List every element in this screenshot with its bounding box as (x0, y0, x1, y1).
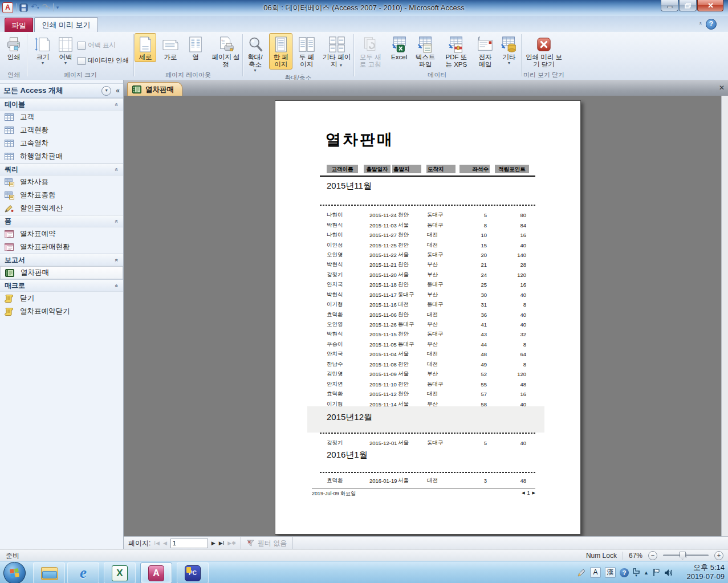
nav-item-고객현황[interactable]: 고객현황 (0, 124, 123, 137)
nav-section-header[interactable]: 매크로« (0, 279, 123, 292)
help-icon[interactable]: ? (706, 19, 717, 30)
table-row: 박현식2015-11-17동대구부산3040 (327, 290, 526, 300)
close-document-icon[interactable]: ✕ (719, 84, 725, 92)
email-button[interactable]: 전자 메일 (474, 33, 496, 70)
collapse-section-icon[interactable]: « (115, 218, 119, 225)
table-cell: 40 (487, 312, 526, 318)
shutter-bar-collapse-icon[interactable]: « (116, 87, 120, 95)
nav-section-header[interactable]: 쿼리« (0, 163, 123, 176)
group-rows: 강정기2015-12-01서울동대구540 (327, 438, 526, 448)
more-export-button[interactable]: 기타 ▼ (498, 33, 520, 66)
print-data-only-checkbox[interactable]: 데이터만 인쇄 (78, 56, 129, 65)
new-page-button[interactable]: ▶✱ (227, 540, 235, 546)
redo-icon[interactable]: ↷▾ (42, 2, 50, 13)
collapse-section-icon[interactable]: « (115, 101, 119, 108)
access-app-icon[interactable]: A (2, 2, 13, 13)
size-button[interactable]: 크기 ▼ (32, 33, 54, 66)
export-text-file-button[interactable]: 텍스트 파일 (412, 33, 438, 70)
nav-item-열차표판매현황[interactable]: 열차표판매현황 (0, 240, 123, 254)
table-cell: 40 (487, 440, 526, 446)
close-button[interactable] (697, 0, 723, 11)
export-excel-button[interactable]: Excel (388, 33, 410, 62)
tray-window-icon[interactable]: ▾ (633, 568, 640, 577)
one-page-button[interactable]: 한 페이지 (269, 33, 292, 70)
show-hidden-icons-button[interactable]: ▲ (644, 570, 649, 576)
landscape-button[interactable]: 가로 (160, 33, 181, 62)
current-page-input[interactable] (170, 539, 208, 548)
zoom-button[interactable]: 확대/축소 ▼ (243, 33, 267, 74)
vertical-scrollbar[interactable] (721, 96, 728, 536)
zoom-in-button[interactable]: + (714, 551, 723, 560)
nav-item-열차표예약닫기[interactable]: 열차표예약닫기 (0, 305, 123, 318)
taskbar-excel-button[interactable]: X (104, 562, 136, 583)
taskbar-ie-button[interactable]: e (67, 562, 99, 583)
margins-button[interactable]: 여백 ▼ (55, 33, 76, 66)
tab-print-preview[interactable]: 인쇄 미리 보기 (34, 17, 98, 32)
ime-language-icon[interactable]: A (590, 567, 601, 578)
speaker-icon[interactable] (664, 569, 673, 577)
nav-section-header[interactable]: 폼« (0, 215, 123, 227)
taskbar-access-button[interactable]: A (140, 562, 172, 583)
pen-icon[interactable] (577, 568, 586, 577)
taskbar-explorer-button[interactable] (33, 562, 65, 583)
ribbon-group-data: 모두 새로 고침 Excel 텍스트 파일 PDF 또는 XPS (355, 32, 520, 79)
undo-icon[interactable]: ↶▾ (31, 2, 39, 13)
close-preview-icon (535, 35, 553, 54)
export-pdf-xps-button[interactable]: PDF 또는 XPS (441, 33, 472, 70)
minimize-button[interactable] (661, 0, 678, 11)
collapse-section-icon[interactable]: « (115, 166, 119, 173)
table-cell: 8 (487, 361, 526, 368)
nav-item-닫기[interactable]: 닫기 (0, 292, 123, 305)
zoom-out-button[interactable]: − (648, 551, 657, 560)
next-page-button[interactable]: ▶ (212, 540, 215, 546)
two-pages-button[interactable]: 두 페이지 (295, 33, 318, 70)
save-icon[interactable] (19, 3, 28, 12)
nav-item-하행열차판매[interactable]: 하행열차판매 (0, 150, 123, 163)
refresh-all-button[interactable]: 모두 새로 고침 (355, 33, 386, 70)
minimize-ribbon-icon[interactable]: « (699, 21, 702, 26)
nav-item-열차표종합[interactable]: 열차표종합 (0, 189, 123, 202)
nav-item-열차사용[interactable]: 열차사용 (0, 176, 123, 189)
nav-item-고객[interactable]: 고객 (0, 111, 123, 124)
show-margins-checkbox[interactable]: 여백 표시 (78, 41, 129, 50)
nav-section-header[interactable]: 테이블« (0, 98, 123, 111)
filter-status[interactable]: 필터 없음 (241, 537, 293, 549)
taskbar-pc-app-button[interactable]: PC (177, 562, 209, 583)
last-page-button[interactable]: ▶Ⅰ (219, 540, 225, 546)
taskbar-clock[interactable]: 오후 5:14 2019-07-09 (687, 563, 725, 581)
collapse-section-icon[interactable]: « (115, 283, 119, 289)
nav-item-고속열차[interactable]: 고속열차 (0, 137, 123, 150)
table-cell: 서울 (398, 370, 427, 378)
table-cell: 2015-11-08 (369, 361, 398, 368)
action-center-flag-icon[interactable] (653, 568, 660, 577)
tab-file[interactable]: 파일 (5, 18, 33, 32)
nav-item-할인금액계산[interactable]: 할인금액계산 (0, 202, 123, 215)
nav-item-열차판매[interactable]: 열차판매 (0, 266, 123, 279)
previous-page-button[interactable]: ◀ (163, 540, 167, 546)
ime-hanja-icon[interactable]: 漢 (605, 567, 616, 578)
page-setup-button[interactable]: 페이지 설정 (210, 33, 242, 70)
more-pages-button[interactable]: 기타 페이지 ▼ (320, 33, 353, 70)
table-row: 나현이2015-11-27천안대전1016 (327, 230, 526, 240)
tray-help-icon[interactable]: ? (620, 568, 629, 577)
restore-button[interactable] (679, 0, 697, 11)
zoom-slider-thumb[interactable] (680, 552, 686, 560)
print-button[interactable]: 인쇄 (3, 33, 25, 62)
customize-toolbar-icon[interactable]: ▾ (56, 2, 59, 13)
nav-menu-dropdown-icon[interactable]: ▼ (101, 86, 111, 96)
start-button[interactable] (3, 562, 26, 583)
nav-section-header[interactable]: 보고서« (0, 254, 123, 266)
macro-icon (5, 294, 14, 303)
columns-button[interactable]: 열 (185, 33, 206, 62)
nav-item-열차표예약[interactable]: 열차표예약 (0, 227, 123, 240)
portrait-button[interactable]: 세로 (135, 33, 156, 62)
navigation-pane-header[interactable]: 모든 Access 개체 ▼ « (0, 83, 123, 98)
table-cell: 55 (461, 381, 487, 388)
first-page-button[interactable]: Ⅰ◀ (154, 540, 160, 546)
zoom-slider[interactable] (663, 555, 709, 556)
ribbon-group-zoom: 확대/축소 ▼ 한 페이지 두 페이지 기타 페이지 ▼ (243, 32, 353, 79)
report-page[interactable]: 열차판매 고객이름출발일자출발지도착지좌석수적립포인트 2015년11월나현이2… (275, 100, 581, 535)
document-tab-report[interactable]: 열차판매 (127, 82, 182, 96)
collapse-section-icon[interactable]: « (115, 257, 119, 263)
close-print-preview-button[interactable]: 인쇄 미리 보기 닫기 (523, 33, 565, 70)
